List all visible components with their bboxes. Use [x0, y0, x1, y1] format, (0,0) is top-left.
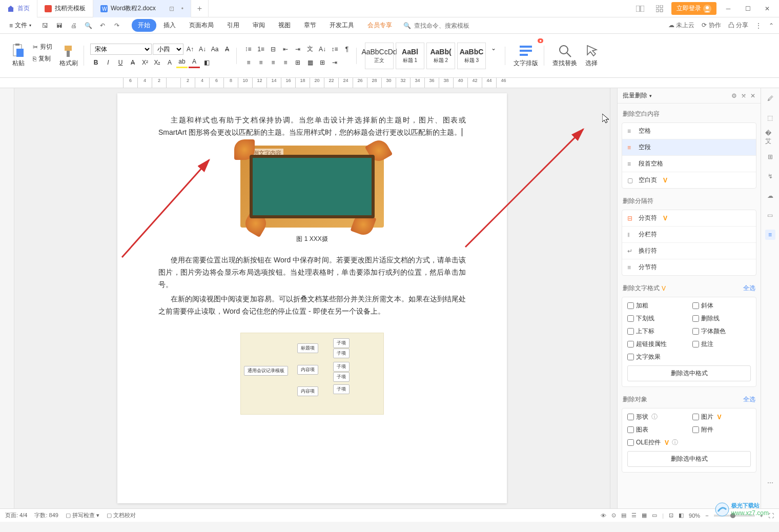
font-size-select[interactable]: 小四 [153, 44, 183, 55]
status-spellcheck[interactable]: ▢ 拼写检查 ▾ [66, 511, 99, 519]
change-case-icon[interactable]: Aa [209, 44, 220, 55]
tab-layout[interactable]: 页面布局 [183, 19, 220, 32]
tab-add[interactable]: + [191, 0, 209, 17]
select-all-link[interactable]: 全选 [743, 284, 755, 293]
numbering-icon[interactable]: 1≡ [255, 44, 266, 55]
zoom-out-icon[interactable]: − [705, 513, 708, 519]
document-image[interactable]: 举例文字内容 [240, 146, 384, 228]
document-canvas[interactable]: 主题和样式也有助于文档保持协调。当您单击设计并选择新的主题时，图片、图表或 Sm… [14, 88, 610, 508]
status-proofread[interactable]: ▢ 文档校对 [107, 511, 136, 519]
print-icon[interactable]: 🖨 [69, 21, 78, 30]
check-附件[interactable]: 附件 [692, 425, 751, 434]
view-web-icon[interactable]: ▦ [642, 512, 647, 519]
check-OLE控件[interactable]: OLE控件Vⓘ [627, 438, 686, 447]
undo-icon[interactable]: ↶ [98, 21, 107, 30]
image-caption[interactable]: 图 1 XXX摄 [158, 235, 466, 243]
styles-more-icon[interactable]: ⌄ [488, 43, 499, 54]
pin-icon[interactable]: ⤧ [741, 92, 746, 99]
para-shading-icon[interactable]: ▦ [304, 57, 316, 68]
panel-item-空段[interactable]: ≡空段 [622, 139, 756, 156]
decrease-indent-icon[interactable]: ⇤ [280, 44, 291, 55]
maximize-icon[interactable]: ☐ [740, 1, 755, 16]
panel-item-空白页[interactable]: ▢空白页V [622, 172, 756, 188]
text-direction-icon[interactable]: 文 [304, 44, 316, 55]
tab-section[interactable]: 章节 [298, 19, 322, 32]
side-cloud-icon[interactable]: ☁ [765, 191, 775, 201]
tab-insert[interactable]: 插入 [157, 19, 182, 32]
panel-close-icon[interactable]: ✕ [750, 92, 755, 99]
coop-button[interactable]: ⟳ 协作 [702, 21, 721, 30]
check-文字效果[interactable]: 文字效果 [627, 353, 686, 361]
panel-item-段首空格[interactable]: ≡段首空格 [622, 156, 756, 172]
line-spacing-icon[interactable]: ↕≡ [329, 44, 340, 55]
check-加粗[interactable]: 加粗 [627, 301, 686, 310]
gear-icon[interactable]: ⚙ [731, 92, 737, 99]
cut-button[interactable]: ✂剪切 [31, 42, 54, 52]
panel-item-换行符[interactable]: ↵换行符 [622, 243, 756, 259]
subscript-icon[interactable]: X₂ [152, 57, 163, 68]
view-outline-icon[interactable]: ☰ [631, 512, 637, 519]
shrink-font-icon[interactable]: A↓ [197, 44, 208, 55]
status-page[interactable]: 页面: 4/4 [5, 511, 27, 519]
tab-close-icon[interactable]: • [181, 5, 183, 12]
apps-icon[interactable] [652, 1, 667, 16]
check-图表[interactable]: 图表 [627, 425, 686, 434]
align-center-icon[interactable]: ≡ [255, 57, 266, 68]
paragraph[interactable]: 使用在需要位置出现的新按钮在 Word 中保存时间。若要更改图片适应文档的方式，… [158, 254, 466, 291]
focus-icon[interactable]: ⊙ [611, 512, 616, 519]
text-layout-button[interactable]: 文字排版 ● [511, 42, 540, 70]
delete-format-button[interactable]: 删除选中格式 [627, 365, 751, 381]
collapse-ribbon-icon[interactable]: ⌃ [769, 22, 774, 29]
layout-icon[interactable] [632, 1, 648, 16]
tab-start[interactable]: 开始 [132, 19, 156, 32]
copy-button[interactable]: ⎘复制 [31, 53, 54, 64]
fullscreen-icon[interactable]: ⛶ [768, 513, 774, 519]
minimize-icon[interactable]: ─ [721, 1, 736, 16]
check-形状[interactable]: 形状ⓘ [627, 413, 686, 421]
style-heading2[interactable]: AaBb(标题 2 [426, 43, 455, 69]
check-批注[interactable]: 批注 [692, 340, 751, 349]
align-left-icon[interactable]: ≡ [243, 57, 254, 68]
select-all-link[interactable]: 全选 [743, 395, 755, 404]
mindmap-image[interactable]: 通用会议记录模板 标题项 内容项 内容项 子项 子项 子项 子项 子项 [240, 333, 384, 415]
bullets-icon[interactable]: ⁝≡ [243, 44, 254, 55]
check-字体颜色[interactable]: 字体颜色 [692, 327, 751, 336]
borders-icon[interactable]: ⊞ [317, 57, 328, 68]
side-search-icon[interactable]: 🖉 [765, 93, 775, 104]
style-heading1[interactable]: AaBl标题 1 [396, 43, 424, 69]
side-list-icon[interactable]: ≡ [765, 230, 775, 240]
search-input[interactable] [414, 22, 476, 29]
superscript-icon[interactable]: X² [139, 57, 151, 68]
sort-icon[interactable]: A↓ [317, 44, 328, 55]
tab-devtools[interactable]: 开发工具 [323, 19, 360, 32]
view-read-icon[interactable]: ▭ [652, 512, 657, 519]
tab-home[interactable]: 首页 [0, 0, 37, 17]
select-button[interactable]: 选择 [582, 42, 601, 70]
side-settings-icon[interactable]: �艾 [765, 132, 775, 142]
shading-icon[interactable]: ◧ [201, 57, 212, 68]
align-right-icon[interactable]: ≡ [268, 57, 279, 68]
italic-icon[interactable]: I [102, 57, 114, 68]
side-style-icon[interactable]: ⊞ [765, 152, 775, 162]
paste-button[interactable]: 粘贴 [9, 42, 28, 70]
saveas-icon[interactable]: 🖬 [55, 21, 64, 30]
login-button[interactable]: 立即登录 [671, 2, 716, 15]
style-heading3[interactable]: AaBbC标题 3 [457, 43, 486, 69]
delete-object-button[interactable]: 删除选中格式 [627, 451, 751, 467]
check-超链接属性[interactable]: 超链接属性 [627, 340, 686, 349]
redo-icon[interactable]: ↷ [112, 21, 121, 30]
multilevel-icon[interactable]: ⊟ [268, 44, 279, 55]
panel-item-分节符[interactable]: ≡分节符 [622, 259, 756, 275]
panel-item-空格[interactable]: ≡空格 [622, 123, 756, 139]
distribute-icon[interactable]: ⊞ [292, 57, 303, 68]
panel-item-分页符[interactable]: ⊟分页符V [622, 210, 756, 227]
check-斜体[interactable]: 斜体 [692, 301, 751, 310]
grow-font-icon[interactable]: A↑ [184, 44, 196, 55]
save-icon[interactable]: 🖫 [40, 21, 50, 30]
side-more-icon[interactable]: ⋯ [765, 478, 775, 488]
text-effect-icon[interactable]: A [164, 57, 175, 68]
fit-width-icon[interactable]: ⊡ [669, 512, 673, 519]
check-图片[interactable]: 图片V [692, 413, 751, 421]
find-replace-button[interactable]: 查找替换 [550, 42, 579, 70]
zoom-value[interactable]: 90% [689, 513, 700, 519]
